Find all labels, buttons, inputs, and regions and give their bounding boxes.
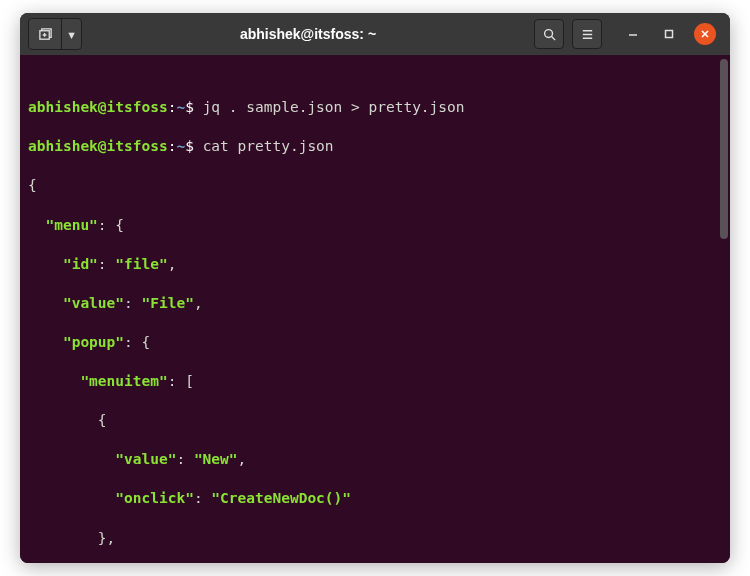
newtab-dropdown-button[interactable]: ▾ (61, 19, 81, 49)
newtab-group: ▾ (28, 18, 82, 50)
minimize-button[interactable] (622, 23, 644, 45)
command-2-text: cat pretty.json (203, 138, 334, 154)
command-1 (194, 99, 203, 115)
window-title: abhishek@itsfoss: ~ (88, 26, 528, 42)
prompt-line-1: abhishek@itsfoss:~$ jq . sample.json > p… (28, 98, 722, 118)
chevron-down-icon: ▾ (67, 25, 77, 44)
json-output: "id": "file", (28, 255, 722, 275)
prompt-user: abhishek@itsfoss (28, 138, 168, 154)
command-1-text: jq . sample.json > pretty.json (203, 99, 465, 115)
close-button[interactable] (694, 23, 716, 45)
window-controls (622, 23, 716, 45)
json-output: }, (28, 529, 722, 549)
svg-point-1 (544, 29, 552, 37)
json-output: "popup": { (28, 333, 722, 353)
terminal-window: ▾ abhishek@itsfoss: ~ (20, 13, 730, 563)
json-output: "menuitem": [ (28, 372, 722, 392)
json-output: "value": "File", (28, 294, 722, 314)
titlebar-left: ▾ (28, 18, 82, 50)
prompt-sigil: $ (185, 99, 194, 115)
titlebar: ▾ abhishek@itsfoss: ~ (20, 13, 730, 55)
close-icon (700, 29, 710, 39)
search-button[interactable] (534, 19, 564, 49)
json-output: { (28, 176, 722, 196)
json-output: "onclick": "CreateNewDoc()" (28, 489, 722, 509)
hamburger-icon (580, 27, 595, 42)
json-output: { (28, 411, 722, 431)
prompt-path: ~ (176, 138, 185, 154)
newtab-button[interactable] (29, 19, 61, 49)
maximize-icon (664, 29, 674, 39)
scrollbar[interactable] (720, 59, 728, 239)
minimize-icon (628, 29, 638, 39)
svg-line-2 (551, 36, 555, 40)
prompt-sigil: $ (185, 138, 194, 154)
prompt-user: abhishek@itsfoss (28, 99, 168, 115)
prompt-path: ~ (176, 99, 185, 115)
titlebar-right (534, 19, 722, 49)
newtab-icon (38, 27, 53, 42)
command-2 (194, 138, 203, 154)
menu-button[interactable] (572, 19, 602, 49)
maximize-button[interactable] (658, 23, 680, 45)
svg-rect-7 (666, 31, 673, 38)
json-output: "menu": { (28, 216, 722, 236)
json-output: "value": "New", (28, 450, 722, 470)
terminal-body[interactable]: abhishek@itsfoss:~$ jq . sample.json > p… (20, 55, 730, 563)
search-icon (542, 27, 557, 42)
prompt-line-2: abhishek@itsfoss:~$ cat pretty.json (28, 137, 722, 157)
